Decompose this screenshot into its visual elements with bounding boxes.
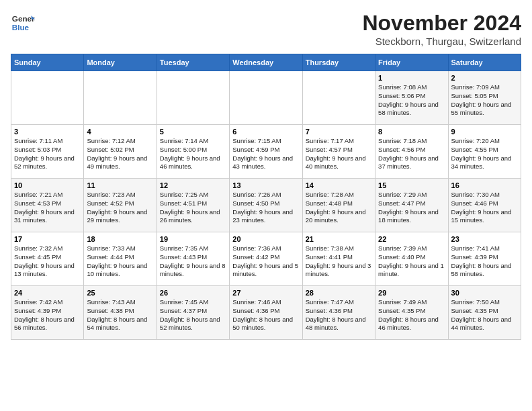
day-number: 15	[378, 181, 445, 189]
day-info: Sunrise: 7:21 AM Sunset: 4:53 PM Dayligh…	[14, 191, 81, 225]
day-number: 28	[306, 289, 372, 297]
day-number: 9	[451, 128, 518, 136]
calendar-cell: 29Sunrise: 7:49 AM Sunset: 4:35 PM Dayli…	[375, 286, 448, 340]
calendar-cell: 10Sunrise: 7:21 AM Sunset: 4:53 PM Dayli…	[11, 179, 84, 232]
calendar-week-3: 10Sunrise: 7:21 AM Sunset: 4:53 PM Dayli…	[11, 179, 521, 232]
calendar-cell: 24Sunrise: 7:42 AM Sunset: 4:39 PM Dayli…	[11, 286, 84, 340]
calendar-cell: 16Sunrise: 7:30 AM Sunset: 4:46 PM Dayli…	[448, 179, 521, 232]
calendar-cell	[11, 71, 84, 125]
title-area: November 2024 Steckborn, Thurgau, Switze…	[362, 11, 521, 47]
calendar-week-5: 24Sunrise: 7:42 AM Sunset: 4:39 PM Dayli…	[11, 286, 521, 340]
calendar-cell: 4Sunrise: 7:12 AM Sunset: 5:02 PM Daylig…	[84, 125, 157, 179]
calendar-cell: 22Sunrise: 7:39 AM Sunset: 4:40 PM Dayli…	[375, 232, 448, 286]
day-header-thursday: Thursday	[302, 54, 375, 71]
calendar-cell	[157, 71, 229, 125]
calendar-cell: 23Sunrise: 7:41 AM Sunset: 4:39 PM Dayli…	[448, 232, 521, 286]
day-number: 17	[14, 235, 81, 243]
day-info: Sunrise: 7:49 AM Sunset: 4:35 PM Dayligh…	[378, 298, 445, 332]
day-number: 4	[87, 128, 153, 136]
day-info: Sunrise: 7:08 AM Sunset: 5:06 PM Dayligh…	[378, 83, 445, 118]
day-number: 16	[451, 181, 518, 189]
day-number: 27	[232, 289, 299, 297]
day-info: Sunrise: 7:39 AM Sunset: 4:40 PM Dayligh…	[378, 244, 445, 279]
day-info: Sunrise: 7:15 AM Sunset: 4:59 PM Dayligh…	[232, 137, 299, 171]
calendar-cell: 21Sunrise: 7:38 AM Sunset: 4:41 PM Dayli…	[302, 232, 375, 286]
calendar-cell: 27Sunrise: 7:46 AM Sunset: 4:36 PM Dayli…	[230, 286, 302, 340]
day-info: Sunrise: 7:11 AM Sunset: 5:03 PM Dayligh…	[14, 137, 81, 171]
day-info: Sunrise: 7:14 AM Sunset: 5:00 PM Dayligh…	[160, 137, 226, 171]
calendar-week-4: 17Sunrise: 7:32 AM Sunset: 4:45 PM Dayli…	[11, 232, 521, 286]
day-number: 14	[306, 181, 372, 189]
day-info: Sunrise: 7:32 AM Sunset: 4:45 PM Dayligh…	[14, 244, 81, 279]
day-header-wednesday: Wednesday	[230, 54, 302, 71]
day-header-saturday: Saturday	[448, 54, 521, 71]
calendar-cell	[84, 71, 157, 125]
calendar-cell: 19Sunrise: 7:35 AM Sunset: 4:43 PM Dayli…	[157, 232, 229, 286]
day-info: Sunrise: 7:25 AM Sunset: 4:51 PM Dayligh…	[160, 191, 226, 225]
calendar-cell: 18Sunrise: 7:33 AM Sunset: 4:44 PM Dayli…	[84, 232, 157, 286]
day-number: 8	[378, 128, 445, 136]
day-number: 18	[87, 235, 153, 243]
day-info: Sunrise: 7:45 AM Sunset: 4:37 PM Dayligh…	[160, 298, 226, 332]
location-subtitle: Steckborn, Thurgau, Switzerland	[362, 36, 521, 47]
day-header-friday: Friday	[375, 54, 448, 71]
svg-text:Blue: Blue	[12, 23, 30, 32]
day-number: 7	[306, 128, 372, 136]
day-number: 10	[14, 181, 81, 189]
calendar-week-2: 3Sunrise: 7:11 AM Sunset: 5:03 PM Daylig…	[11, 125, 521, 179]
day-info: Sunrise: 7:30 AM Sunset: 4:46 PM Dayligh…	[451, 191, 518, 225]
calendar-cell: 20Sunrise: 7:36 AM Sunset: 4:42 PM Dayli…	[230, 232, 302, 286]
day-info: Sunrise: 7:38 AM Sunset: 4:41 PM Dayligh…	[306, 244, 372, 279]
day-info: Sunrise: 7:41 AM Sunset: 4:39 PM Dayligh…	[451, 244, 518, 279]
day-info: Sunrise: 7:35 AM Sunset: 4:43 PM Dayligh…	[160, 244, 226, 279]
day-info: Sunrise: 7:12 AM Sunset: 5:02 PM Dayligh…	[87, 137, 153, 171]
day-number: 11	[87, 181, 153, 189]
calendar-cell: 7Sunrise: 7:17 AM Sunset: 4:57 PM Daylig…	[302, 125, 375, 179]
day-number: 13	[232, 181, 299, 189]
day-info: Sunrise: 7:29 AM Sunset: 4:47 PM Dayligh…	[378, 191, 445, 225]
day-number: 30	[451, 289, 518, 297]
day-number: 20	[232, 235, 299, 243]
calendar-cell: 6Sunrise: 7:15 AM Sunset: 4:59 PM Daylig…	[230, 125, 302, 179]
day-header-sunday: Sunday	[11, 54, 84, 71]
day-number: 24	[14, 289, 81, 297]
day-info: Sunrise: 7:33 AM Sunset: 4:44 PM Dayligh…	[87, 244, 153, 279]
day-number: 1	[378, 74, 445, 82]
day-info: Sunrise: 7:43 AM Sunset: 4:38 PM Dayligh…	[87, 298, 153, 332]
day-number: 6	[232, 128, 299, 136]
day-info: Sunrise: 7:23 AM Sunset: 4:52 PM Dayligh…	[87, 191, 153, 225]
day-info: Sunrise: 7:18 AM Sunset: 4:56 PM Dayligh…	[378, 137, 445, 171]
day-info: Sunrise: 7:36 AM Sunset: 4:42 PM Dayligh…	[232, 244, 299, 279]
day-number: 21	[306, 235, 372, 243]
day-number: 2	[451, 74, 518, 82]
day-number: 22	[378, 235, 445, 243]
day-number: 12	[160, 181, 226, 189]
calendar-cell: 9Sunrise: 7:20 AM Sunset: 4:55 PM Daylig…	[448, 125, 521, 179]
month-title: November 2024	[362, 11, 521, 36]
calendar-cell	[302, 71, 375, 125]
calendar-header-row: SundayMondayTuesdayWednesdayThursdayFrid…	[11, 54, 521, 71]
calendar-cell: 17Sunrise: 7:32 AM Sunset: 4:45 PM Dayli…	[11, 232, 84, 286]
calendar-cell: 15Sunrise: 7:29 AM Sunset: 4:47 PM Dayli…	[375, 179, 448, 232]
logo-icon: General Blue	[11, 11, 35, 35]
day-number: 5	[160, 128, 226, 136]
calendar-cell: 12Sunrise: 7:25 AM Sunset: 4:51 PM Dayli…	[157, 179, 229, 232]
day-info: Sunrise: 7:28 AM Sunset: 4:48 PM Dayligh…	[306, 191, 372, 225]
calendar-cell: 30Sunrise: 7:50 AM Sunset: 4:35 PM Dayli…	[448, 286, 521, 340]
day-number: 25	[87, 289, 153, 297]
calendar-week-1: 1Sunrise: 7:08 AM Sunset: 5:06 PM Daylig…	[11, 71, 521, 125]
day-info: Sunrise: 7:46 AM Sunset: 4:36 PM Dayligh…	[232, 298, 299, 332]
calendar-cell: 8Sunrise: 7:18 AM Sunset: 4:56 PM Daylig…	[375, 125, 448, 179]
header: General Blue November 2024 Steckborn, Th…	[11, 11, 521, 47]
calendar-cell: 2Sunrise: 7:09 AM Sunset: 5:05 PM Daylig…	[448, 71, 521, 125]
day-info: Sunrise: 7:26 AM Sunset: 4:50 PM Dayligh…	[232, 191, 299, 225]
day-number: 23	[451, 235, 518, 243]
calendar-table: SundayMondayTuesdayWednesdayThursdayFrid…	[11, 54, 521, 340]
day-header-tuesday: Tuesday	[157, 54, 229, 71]
day-info: Sunrise: 7:17 AM Sunset: 4:57 PM Dayligh…	[306, 137, 372, 171]
calendar-cell: 11Sunrise: 7:23 AM Sunset: 4:52 PM Dayli…	[84, 179, 157, 232]
day-number: 3	[14, 128, 81, 136]
calendar-cell	[230, 71, 302, 125]
calendar-cell: 14Sunrise: 7:28 AM Sunset: 4:48 PM Dayli…	[302, 179, 375, 232]
day-info: Sunrise: 7:47 AM Sunset: 4:36 PM Dayligh…	[306, 298, 372, 332]
